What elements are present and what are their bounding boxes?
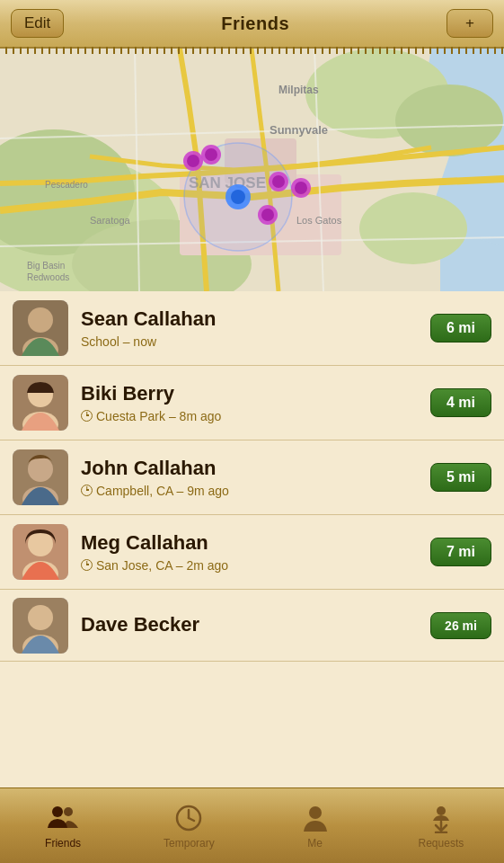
friend-name: Sean Callahan [81, 307, 430, 331]
tab-requests[interactable]: Requests [378, 788, 504, 863]
tab-temporary[interactable]: Temporary [126, 788, 252, 863]
svg-point-29 [261, 209, 274, 221]
friend-location: Cuesta Park – 8m ago [81, 409, 430, 423]
friend-item[interactable]: Sean Callahan School – now 6 mi [0, 291, 504, 366]
svg-text:Big Basin: Big Basin [27, 261, 65, 271]
edit-button[interactable]: Edit [11, 9, 64, 38]
svg-point-45 [52, 806, 63, 817]
tab-me-label: Me [307, 837, 323, 850]
friend-item[interactable]: John Callahan Campbell, CA – 9m ago 5 mi [0, 440, 504, 515]
svg-point-51 [437, 806, 446, 815]
svg-point-6 [359, 192, 467, 264]
svg-text:Saratoga: Saratoga [90, 215, 131, 226]
avatar [13, 375, 68, 431]
tab-friends[interactable]: Friends [0, 788, 126, 863]
tab-friends-label: Friends [45, 837, 81, 850]
distance-badge[interactable]: 6 mi [430, 314, 491, 343]
friend-location: School – now [81, 334, 430, 349]
page-title: Friends [221, 13, 289, 34]
friend-info: Biki Berry Cuesta Park – 8m ago [81, 382, 430, 423]
svg-text:Pescadero: Pescadero [45, 180, 88, 190]
tab-bar: Friends Temporary Me Requests [0, 787, 504, 863]
tab-temporary-label: Temporary [164, 837, 215, 850]
avatar [13, 300, 68, 356]
svg-point-23 [205, 148, 217, 161]
svg-text:Sunnyvale: Sunnyvale [270, 123, 328, 137]
friend-name: Meg Callahan [81, 531, 430, 555]
friend-item[interactable]: Biki Berry Cuesta Park – 8m ago 4 mi [0, 366, 504, 440]
distance-badge[interactable]: 4 mi [430, 388, 491, 417]
friend-info: Sean Callahan School – now [81, 307, 430, 348]
svg-text:Milpitas: Milpitas [279, 84, 319, 96]
avatar [13, 598, 68, 654]
svg-point-27 [295, 182, 307, 194]
svg-point-50 [309, 806, 322, 819]
svg-point-19 [231, 190, 245, 204]
friend-name: John Callahan [81, 457, 430, 480]
friend-item[interactable]: Dave Becker 26 mi [0, 590, 504, 662]
add-button[interactable]: + [447, 9, 493, 38]
friend-name: Dave Becker [81, 613, 430, 636]
clock-icon [81, 485, 93, 496]
friend-info: Meg Callahan San Jose, CA – 2m ago [81, 531, 430, 572]
avatar [13, 524, 68, 580]
svg-point-21 [187, 155, 199, 167]
svg-point-31 [28, 307, 53, 333]
friend-location: San Jose, CA – 2m ago [81, 558, 430, 573]
svg-point-37 [28, 457, 53, 482]
tab-requests-label: Requests [419, 837, 464, 850]
header: Edit Friends + [0, 0, 504, 49]
map-view[interactable]: Milpitas Pescadero Saratoga Los Gatos Su… [0, 49, 504, 291]
svg-point-25 [272, 175, 285, 188]
friend-info: Dave Becker [81, 613, 430, 636]
svg-point-40 [28, 531, 53, 556]
clock-icon [81, 559, 93, 571]
distance-badge[interactable]: 26 mi [430, 612, 491, 639]
friends-list: Sean Callahan School – now 6 mi Biki Ber… [0, 291, 504, 662]
svg-point-43 [28, 605, 53, 630]
friend-info: John Callahan Campbell, CA – 9m ago [81, 457, 430, 497]
svg-point-46 [64, 807, 73, 816]
friend-name: Biki Berry [81, 382, 430, 405]
friend-location: Campbell, CA – 9m ago [81, 484, 430, 498]
tab-me[interactable]: Me [252, 788, 378, 863]
svg-point-5 [395, 85, 503, 156]
friend-item[interactable]: Meg Callahan San Jose, CA – 2m ago 7 mi [0, 515, 504, 590]
clock-icon [81, 410, 93, 422]
avatar [13, 449, 68, 505]
svg-text:Los Gatos: Los Gatos [296, 215, 342, 226]
svg-line-49 [189, 818, 194, 821]
distance-badge[interactable]: 5 mi [430, 463, 491, 492]
distance-badge[interactable]: 7 mi [430, 538, 491, 566]
svg-text:Redwoods: Redwoods [27, 272, 69, 282]
